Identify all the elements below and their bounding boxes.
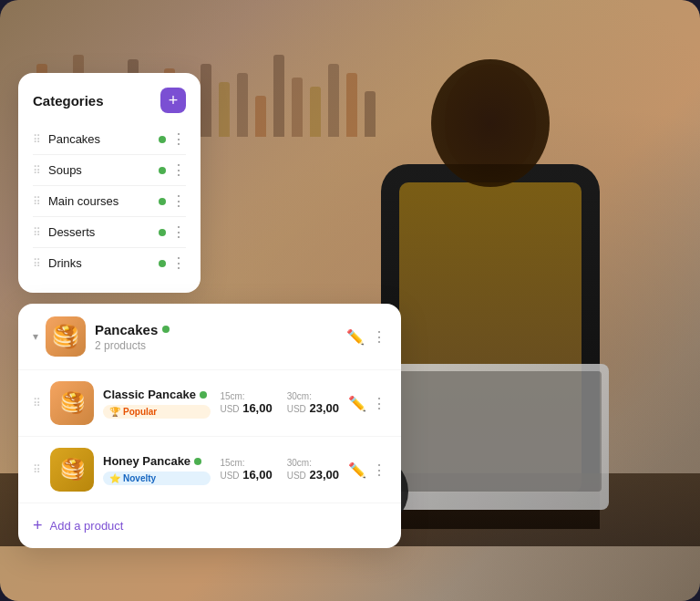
- price-amount: USD 16,00: [220, 401, 272, 415]
- product-prices-honey: 15cm: USD 16,00 30cm: USD 23,00: [220, 458, 339, 482]
- add-product-row[interactable]: + Add a product: [18, 503, 401, 548]
- more-options-icon[interactable]: ⋮: [171, 192, 186, 210]
- edit-product-icon[interactable]: ✏️: [348, 395, 366, 412]
- active-dot: [159, 260, 166, 267]
- product-active-dot: [194, 458, 201, 465]
- size-label: 30cm:: [287, 458, 339, 468]
- drag-handle-icon: ⠿: [33, 257, 41, 270]
- product-drag-handle-icon: ⠿: [33, 463, 41, 476]
- ui-container: Categories + ⠿ Pancakes ⋮ ⠿ Soups ⋮ ⠿ Ma…: [18, 73, 401, 548]
- product-details-honey: Honey Pancake ⭐ Novelty: [103, 454, 211, 485]
- product-row-honey: ⠿ 🥞 Honey Pancake ⭐ Novelty 15cm: USD 16…: [18, 437, 401, 503]
- award-icon: 🏆: [109, 407, 120, 417]
- products-card: ▾ 🥞 Pancakes 2 products ✏️ ⋮ ⠿ 🥞 Classic…: [18, 304, 401, 548]
- edit-product-icon[interactable]: ✏️: [348, 461, 366, 479]
- more-product-options-icon[interactable]: ⋮: [372, 395, 386, 412]
- products-count: 2 products: [95, 339, 346, 352]
- active-status-dot: [162, 326, 170, 333]
- drag-handle-icon: ⠿: [33, 195, 41, 208]
- products-info: Pancakes 2 products: [95, 322, 346, 352]
- price-amount: USD 23,00: [287, 401, 339, 415]
- price-30cm: 30cm: USD 23,00: [287, 391, 339, 415]
- categories-title: Categories: [33, 93, 104, 109]
- add-product-label: Add a product: [50, 519, 124, 533]
- product-drag-handle-icon: ⠿: [33, 397, 41, 409]
- products-header: ▾ 🥞 Pancakes 2 products ✏️ ⋮: [18, 304, 401, 370]
- size-label: 15cm:: [220, 458, 272, 468]
- category-name: Soups: [48, 163, 153, 177]
- drag-handle-icon: ⠿: [33, 133, 41, 146]
- size-label: 30cm:: [287, 391, 339, 401]
- category-item-pancakes[interactable]: ⠿ Pancakes ⋮: [33, 124, 186, 155]
- more-options-icon[interactable]: ⋮: [171, 254, 186, 272]
- add-product-plus-icon: +: [33, 516, 43, 535]
- category-thumbnail: 🥞: [46, 316, 86, 357]
- product-row-classic: ⠿ 🥞 Classic Pancake 🏆 Popular 15cm: USD: [18, 370, 401, 437]
- product-row-actions: ✏️ ⋮: [348, 461, 386, 479]
- collapse-button[interactable]: ▾: [33, 330, 38, 343]
- category-name: Desserts: [48, 225, 153, 239]
- laptop: [381, 364, 609, 510]
- active-dot: [159, 229, 166, 236]
- active-dot: [159, 136, 166, 143]
- price-30cm: 30cm: USD 23,00: [287, 458, 339, 482]
- header-actions: ✏️ ⋮: [346, 328, 386, 346]
- product-row-actions: ✏️ ⋮: [348, 395, 386, 412]
- more-product-options-icon[interactable]: ⋮: [372, 461, 386, 479]
- more-options-icon[interactable]: ⋮: [171, 130, 186, 148]
- size-label: 15cm:: [220, 391, 272, 401]
- category-name: Drinks: [48, 256, 153, 270]
- category-item-main-courses[interactable]: ⠿ Main courses ⋮: [33, 186, 186, 217]
- price-amount: USD 23,00: [287, 468, 339, 482]
- category-item-desserts[interactable]: ⠿ Desserts ⋮: [33, 217, 186, 248]
- more-options-icon[interactable]: ⋮: [171, 161, 186, 179]
- active-dot: [159, 167, 166, 174]
- product-prices-classic: 15cm: USD 16,00 30cm: USD 23,00: [220, 391, 339, 415]
- add-category-button[interactable]: +: [160, 88, 186, 113]
- product-thumbnail-classic: 🥞: [50, 381, 94, 425]
- price-15cm: 15cm: USD 16,00: [220, 458, 272, 482]
- price-amount: USD 16,00: [220, 468, 272, 482]
- categories-card: Categories + ⠿ Pancakes ⋮ ⠿ Soups ⋮ ⠿ Ma…: [18, 73, 201, 293]
- product-name-classic: Classic Pancake: [103, 388, 211, 401]
- product-name-honey: Honey Pancake: [103, 454, 211, 468]
- hair-shape: [431, 59, 550, 187]
- products-category-name: Pancakes: [95, 322, 346, 337]
- drag-handle-icon: ⠿: [33, 164, 41, 177]
- price-15cm: 15cm: USD 16,00: [220, 391, 272, 415]
- drag-handle-icon: ⠿: [33, 226, 41, 239]
- edit-category-icon[interactable]: ✏️: [346, 328, 365, 346]
- product-details-classic: Classic Pancake 🏆 Popular: [103, 388, 211, 419]
- more-options-icon[interactable]: ⋮: [372, 328, 386, 346]
- product-badge-novelty: ⭐ Novelty: [103, 471, 211, 485]
- product-active-dot: [200, 391, 207, 399]
- product-thumbnail-honey: 🥞: [50, 448, 94, 492]
- category-item-drinks[interactable]: ⠿ Drinks ⋮: [33, 248, 186, 278]
- categories-header: Categories +: [33, 88, 186, 113]
- laptop-screen: [388, 371, 602, 492]
- category-name: Main courses: [48, 194, 153, 208]
- category-item-soups[interactable]: ⠿ Soups ⋮: [33, 155, 186, 186]
- star-icon: ⭐: [109, 473, 120, 483]
- product-badge-popular: 🏆 Popular: [103, 405, 211, 419]
- more-options-icon[interactable]: ⋮: [171, 223, 186, 241]
- active-dot: [159, 198, 166, 205]
- category-name: Pancakes: [48, 132, 153, 146]
